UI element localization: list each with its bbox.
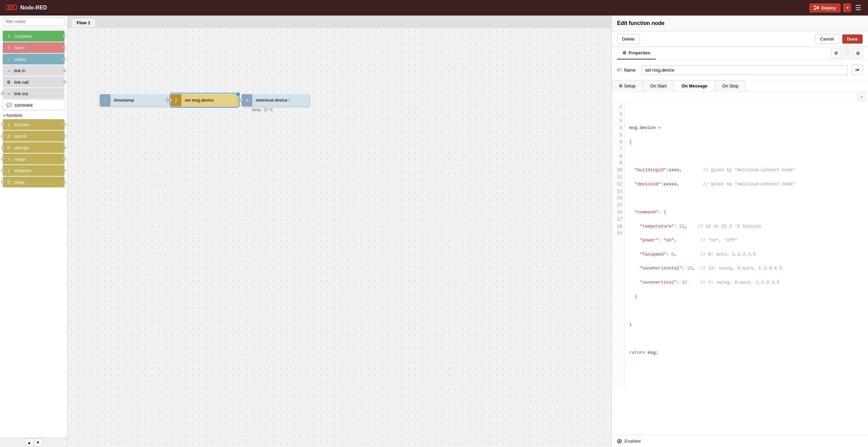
- node-item-catch[interactable]: ! catch: [3, 42, 65, 53]
- complete-port-right: [63, 34, 66, 38]
- appearance-icon-btn[interactable]: ⊞: [853, 49, 863, 58]
- status-port-right: [63, 57, 66, 61]
- flow-node-timestamp[interactable]: → timestamp: [100, 94, 167, 106]
- svg-rect-3: [814, 6, 816, 7]
- logo: Node-RED: [5, 4, 47, 11]
- code-tab-setup[interactable]: ⚙ Setup: [612, 80, 643, 91]
- logo-icon: [5, 4, 18, 11]
- node-item-comment[interactable]: 💬 comment: [3, 100, 65, 110]
- link-in-port-right: [63, 69, 66, 72]
- code-line-9: "temperature": 22, // 22 or 22.5 °C Cels…: [629, 223, 864, 230]
- template-label: template: [14, 168, 62, 173]
- svg-rect-6: [817, 8, 819, 9]
- scroll-up-button[interactable]: ▲: [25, 439, 33, 447]
- node-item-link-in[interactable]: → link in: [3, 65, 65, 76]
- node-item-link-call[interactable]: ⚙ link call: [3, 77, 65, 87]
- properties-section: 🏷 Name ≡▾: [612, 60, 868, 80]
- svg-rect-5: [817, 6, 819, 8]
- deploy-icon: [814, 6, 819, 10]
- code-line-2: msg.device =: [629, 125, 864, 132]
- range-port-right: [63, 157, 66, 161]
- code-line-19: [629, 363, 864, 370]
- timestamp-port-right: [165, 99, 169, 102]
- link-in-icon: →: [5, 67, 12, 74]
- edit-tab-icons: ⚙ 📄 ⊞: [832, 49, 863, 58]
- filter-input[interactable]: [3, 18, 65, 26]
- template-port-left: [1, 169, 4, 172]
- name-input[interactable]: [641, 65, 848, 75]
- line-numbers: 1 2 3 4 5 6 7 8 9 10 11 12 13 14 15 16 1: [612, 102, 625, 386]
- node-item-delay[interactable]: ⏱ delay: [3, 177, 65, 187]
- node-item-switch[interactable]: ⇄ switch: [3, 131, 65, 141]
- comment-icon: 💬: [6, 102, 12, 108]
- flow-node-melcloud-device[interactable]: ≡ melcloud-device :: [241, 94, 309, 106]
- tab-properties[interactable]: ⚙ Properties: [617, 47, 656, 59]
- code-editor[interactable]: ⤢ 1 2 3 4 5 6 7 8 9 10 11 12 13 14: [612, 92, 868, 435]
- range-label: range: [14, 157, 62, 162]
- set-msg-device-port-right: [236, 99, 240, 102]
- expand-button[interactable]: ⤢: [858, 93, 865, 101]
- function-icon: ƒ: [5, 121, 12, 128]
- node-item-range[interactable]: i range: [3, 154, 65, 164]
- done-button[interactable]: Done: [842, 34, 863, 44]
- code-tab-on-start[interactable]: On Start: [643, 80, 674, 91]
- range-port-left: [1, 157, 4, 161]
- switch-port-right: [63, 134, 66, 138]
- node-item-complete[interactable]: ! complete: [3, 31, 65, 42]
- code-line-4: [629, 153, 864, 160]
- on-message-tab-label: On Message: [682, 83, 708, 88]
- edit-panel: Edit function node Delete Cancel Done ⚙ …: [611, 16, 868, 447]
- node-item-template[interactable]: { template: [3, 165, 65, 176]
- node-item-function[interactable]: ƒ function: [3, 119, 65, 130]
- function-section-label: function: [6, 113, 22, 118]
- function-section-header[interactable]: ▾ function: [0, 111, 67, 119]
- description-icon-btn[interactable]: 📄: [842, 49, 852, 58]
- canvas-connections: [68, 28, 611, 447]
- name-options-btn[interactable]: ≡▾: [852, 64, 863, 75]
- delay-label: delay: [14, 180, 62, 185]
- timestamp-label: timestamp: [110, 98, 167, 103]
- code-line-8: "command": {: [629, 209, 864, 216]
- setup-tab-label: ⚙ Setup: [619, 83, 636, 88]
- scroll-down-button[interactable]: ▼: [34, 439, 42, 447]
- status-label: status: [14, 57, 62, 62]
- code-line-17: [629, 335, 864, 342]
- hamburger-button[interactable]: ☰: [854, 2, 863, 13]
- link-out-icon: →: [5, 90, 12, 97]
- svg-rect-4: [814, 8, 816, 10]
- topbar: Node-RED Deploy ▾ ☰: [0, 0, 868, 16]
- function-label: function: [14, 122, 62, 127]
- topbar-right: Deploy ▾ ☰: [809, 2, 863, 13]
- canvas-tab-flow1[interactable]: Flow 1: [71, 18, 96, 27]
- link-out-label: link out: [14, 91, 62, 96]
- template-icon: {: [5, 167, 12, 174]
- edit-tabs: ⚙ Properties ⚙ 📄 ⊞: [612, 47, 868, 60]
- link-call-icon: ⚙: [5, 79, 12, 85]
- code-tab-on-stop[interactable]: On Stop: [715, 80, 746, 91]
- edit-footer: Enabled: [612, 435, 868, 447]
- app-title: Node-RED: [20, 5, 47, 11]
- template-port-right: [63, 169, 66, 172]
- deploy-dropdown-button[interactable]: ▾: [843, 3, 851, 12]
- deploy-label: Deploy: [821, 5, 836, 10]
- edit-toolbar: Delete Cancel Done: [612, 31, 868, 47]
- cancel-button[interactable]: Cancel: [815, 34, 839, 44]
- node-item-change[interactable]: ⇄ change: [3, 142, 65, 153]
- edit-toolbar-right: Cancel Done: [815, 34, 863, 44]
- node-item-status[interactable]: ~ status: [3, 54, 65, 64]
- node-item-link-out[interactable]: → link out: [3, 88, 65, 99]
- flow-node-set-msg-device[interactable]: ƒ set msg.device: [171, 94, 238, 106]
- deploy-button[interactable]: Deploy: [809, 3, 841, 12]
- change-port-left: [1, 146, 4, 149]
- on-start-tab-label: On Start: [650, 83, 667, 88]
- name-text: Name: [624, 68, 636, 73]
- svg-rect-2: [12, 5, 17, 10]
- delay-port-left: [1, 180, 4, 184]
- status-icon: ~: [5, 56, 12, 62]
- canvas-area: Flow 1 → timestamp ƒ set msg.device: [68, 16, 611, 447]
- delete-button[interactable]: Delete: [617, 34, 640, 44]
- settings-icon-btn[interactable]: ⚙: [832, 49, 841, 58]
- code-tab-on-message[interactable]: On Message: [674, 80, 715, 91]
- enabled-label: Enabled: [624, 439, 641, 444]
- canvas[interactable]: → timestamp ƒ set msg.device ≡ melcloud-…: [68, 28, 611, 447]
